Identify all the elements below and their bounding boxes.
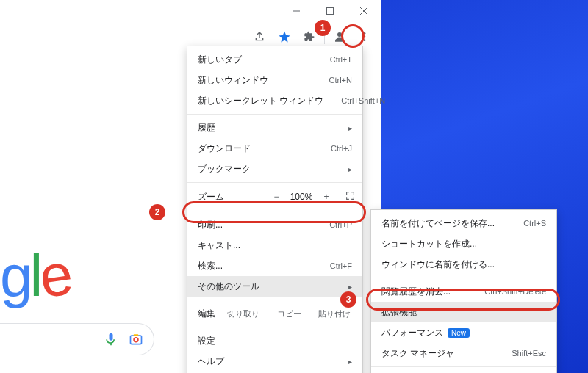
menu-new-tab[interactable]: 新しいタブ Ctrl+T [187,49,362,70]
window-close-button[interactable] [347,0,381,22]
google-logo-fragment: gle [0,242,70,310]
menu-more-tools[interactable]: その他のツール ▸ [187,276,362,297]
fullscreen-icon[interactable] [336,191,355,203]
menu-new-window[interactable]: 新しいウィンドウ Ctrl+N [187,70,362,90]
submenu-extensions[interactable]: 拡張機能 [371,302,556,322]
titlebar [0,0,381,22]
submenu-performance[interactable]: パフォーマンスNew [371,322,556,343]
menu-incognito[interactable]: 新しいシークレット ウィンドウ Ctrl+Shift+N [187,90,362,111]
profile-icon[interactable] [329,26,350,47]
menu-find[interactable]: 検索... Ctrl+F [187,256,362,276]
menu-settings[interactable]: 設定 [187,330,362,351]
menu-downloads[interactable]: ダウンロード Ctrl+J [187,138,362,159]
svg-point-3 [364,36,366,38]
menu-cast[interactable]: キャスト... [187,235,362,256]
new-badge: New [448,328,470,338]
share-icon[interactable] [249,26,270,47]
image-search-icon[interactable] [129,332,143,347]
menu-zoom: ズーム − 100% + [187,186,362,208]
chevron-right-icon: ▸ [348,283,352,291]
submenu-save-as[interactable]: 名前を付けてページを保存... Ctrl+S [371,213,556,233]
chevron-right-icon: ▸ [348,358,352,366]
menu-label: 新しいタブ [198,54,312,66]
edit-paste-button[interactable]: 貼り付け [317,308,352,319]
more-tools-submenu: 名前を付けてページを保存... Ctrl+S ショートカットを作成... ウィン… [370,209,557,373]
chrome-main-menu: 新しいタブ Ctrl+T 新しいウィンドウ Ctrl+N 新しいシークレット ウ… [187,46,363,373]
submenu-dev-tools[interactable]: デベロッパー ツール Ctrl+Shift+I [371,370,556,373]
svg-point-4 [364,39,366,41]
svg-rect-7 [134,334,139,336]
callout-2: 2 [149,204,165,220]
chevron-right-icon: ▸ [348,124,352,132]
callout-3: 3 [340,291,356,308]
svg-point-1 [337,32,342,37]
menu-edit-row: 編集 切り取り コピー 貼り付け [187,303,362,324]
submenu-clear-browsing[interactable]: 閲覧履歴を消去... Ctrl+Shift+Delete [371,281,556,302]
menu-help[interactable]: ヘルプ ▸ [187,351,362,372]
window-minimize-button[interactable] [279,0,313,22]
menu-history[interactable]: 履歴 ▸ [187,117,362,138]
voice-search-icon[interactable] [104,332,118,347]
zoom-out-button[interactable]: − [267,192,286,202]
submenu-name-window[interactable]: ウィンドウに名前を付ける... [371,254,556,275]
browser-menu-button[interactable] [354,26,375,47]
window-restore-button[interactable] [313,0,347,22]
svg-rect-0 [327,8,334,15]
search-box[interactable] [0,323,154,355]
svg-rect-5 [131,336,142,344]
svg-point-2 [364,32,366,35]
edit-cut-button[interactable]: 切り取り [226,308,261,319]
bookmark-star-icon[interactable] [274,26,295,47]
menu-print[interactable]: 印刷... Ctrl+P [187,214,362,235]
edit-copy-button[interactable]: コピー [271,308,306,319]
zoom-in-button[interactable]: + [317,192,336,202]
chevron-right-icon: ▸ [348,165,352,173]
submenu-create-shortcut[interactable]: ショートカットを作成... [371,233,556,254]
submenu-task-manager[interactable]: タスク マネージャ Shift+Esc [371,343,556,363]
callout-1: 1 [315,20,331,36]
menu-shortcut: Ctrl+T [330,55,352,64]
svg-point-6 [134,338,138,342]
zoom-value: 100% [286,192,317,202]
menu-bookmarks[interactable]: ブックマーク ▸ [187,159,362,179]
